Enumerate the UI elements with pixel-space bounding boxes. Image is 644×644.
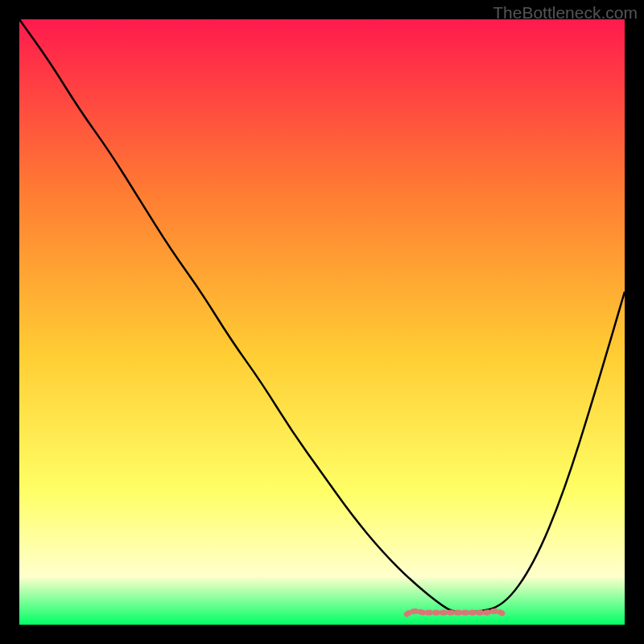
chart-plot-area [19, 19, 625, 625]
bottleneck-curve-line [19, 19, 625, 613]
curve-svg [19, 19, 625, 625]
optimal-range-marker [407, 611, 503, 614]
watermark-text: TheBottleneck.com [493, 3, 638, 23]
